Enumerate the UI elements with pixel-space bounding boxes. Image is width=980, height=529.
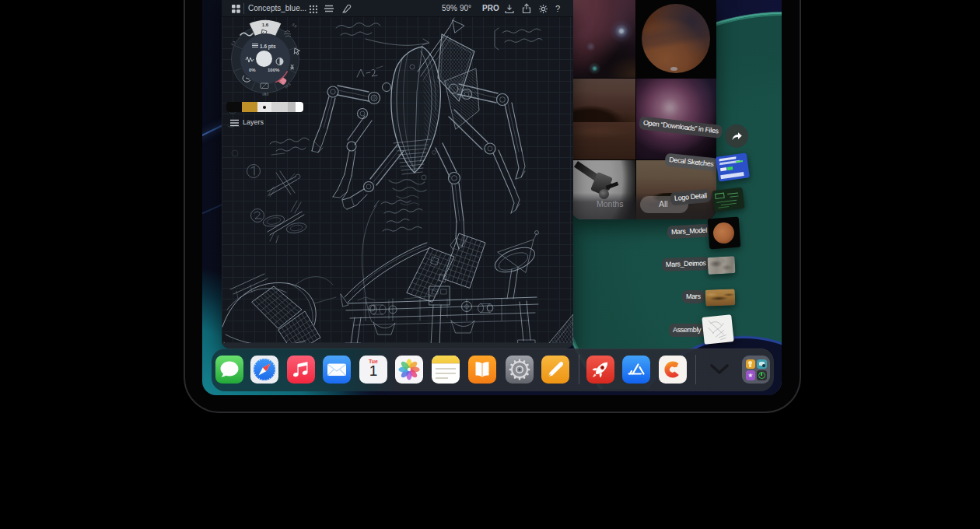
- svg-text:1.6 pts: 1.6 pts: [260, 44, 276, 50]
- svg-text:3.5: 3.5: [291, 23, 297, 29]
- svg-text:5:3: 5:3: [262, 93, 267, 96]
- svg-text:0%: 0%: [249, 68, 256, 72]
- svg-text:1.6: 1.6: [262, 23, 269, 27]
- svg-text:100%: 100%: [268, 68, 280, 72]
